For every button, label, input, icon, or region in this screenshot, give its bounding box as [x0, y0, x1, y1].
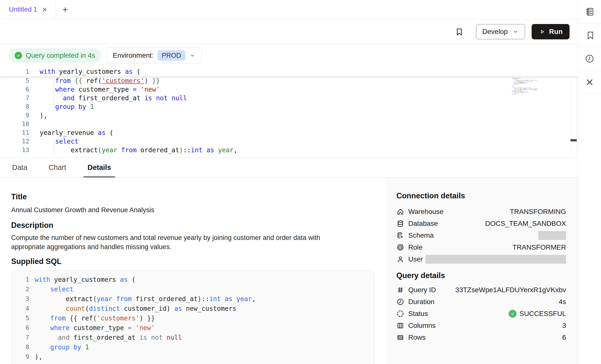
code-text: ), — [29, 112, 47, 119]
status-icon — [396, 310, 404, 318]
tab-untitled-1[interactable]: Untitled 1 — [0, 0, 55, 19]
redacted-value — [425, 255, 566, 264]
code-line: 5 from {{ ref('customers') }} — [11, 313, 375, 323]
details-left-column: Title Annual Customer Growth and Revenue… — [0, 178, 386, 364]
detail-row-status: StatusSUCCESSFUL — [396, 308, 566, 320]
detail-label: Columns — [408, 322, 436, 330]
detail-value: 4s — [559, 298, 566, 306]
description-heading: Description — [11, 221, 375, 230]
environment-selector[interactable]: Environment: PROD — [107, 48, 202, 63]
detail-label: Schema — [408, 232, 434, 239]
develop-dropdown[interactable]: Develop — [476, 24, 525, 39]
detail-label: Rows — [408, 334, 426, 341]
code-line: 9), — [11, 352, 375, 362]
detail-row-user: User — [396, 253, 566, 265]
environment-badge: PROD — [158, 50, 185, 61]
detail-label: Role — [408, 243, 423, 251]
code-text: where customer_type = 'new' — [29, 86, 160, 93]
sql-editor[interactable]: 1with yearly_customers as ( 5 from {{ re… — [0, 67, 578, 158]
tab-details[interactable]: Details — [83, 158, 115, 177]
status-value: SUCCESSFUL — [509, 310, 566, 318]
detail-row-database: DatabaseDOCS_TEAM_SANDBOX — [396, 218, 566, 230]
indent-guide — [54, 137, 54, 154]
editor-lines[interactable]: 5 from {{ ref('customers') }}6 where cus… — [0, 76, 578, 154]
supplied-sql-block: 1with yearly_customers as (2 select3 ext… — [11, 270, 375, 364]
line-number: 7 — [11, 334, 29, 341]
editor-scrollbar[interactable] — [570, 67, 577, 156]
sidebar-button-lineage[interactable] — [578, 71, 601, 94]
success-check-circle — [15, 52, 22, 59]
code-text: from {{ ref('customers') }} — [29, 77, 160, 84]
code-text: group by 1 — [29, 343, 89, 351]
line-number: 8 — [11, 343, 29, 351]
tab-data[interactable]: Data — [8, 158, 31, 177]
detail-value: DOCS_TEAM_SANDBOX — [485, 220, 566, 228]
indent-guide — [62, 94, 62, 102]
detail-row-query-id: Query ID33TZseWpe1ALFDUYerxR1gVKxbv — [396, 284, 566, 296]
duration-icon — [396, 298, 404, 306]
minimap-line: order by 1 — [512, 94, 541, 95]
code-line: 8 group by 1 — [0, 102, 578, 111]
toolbar: Develop Run — [0, 19, 578, 44]
result-tabs: DataChartDetails — [0, 158, 578, 178]
query-status-pill: Query completed in 4s — [8, 48, 101, 63]
detail-value: TRANSFORMER — [513, 243, 566, 251]
query-status-text: Query completed in 4s — [26, 52, 95, 59]
line-number: 5 — [0, 77, 29, 84]
code-text: from {{ ref('customers') }} — [29, 314, 155, 322]
new-tab-button[interactable] — [61, 0, 69, 19]
line-number: 4 — [11, 305, 29, 312]
code-line: 11yearly_revenue as ( — [0, 128, 578, 137]
line-number: 12 — [0, 138, 29, 145]
columns-icon — [396, 322, 404, 330]
code-text: extract(year from first_ordered_at)::int… — [29, 295, 256, 303]
role-icon — [396, 243, 404, 251]
line-number: 3 — [11, 295, 29, 302]
code-line: 10 — [0, 120, 578, 128]
code-line: 5 from {{ ref('customers') }} — [0, 76, 578, 85]
detail-value: 33TZseWpe1ALFDUYerxR1gVKxbv — [455, 286, 566, 294]
user-icon — [396, 255, 404, 263]
detail-row-role: RoleTRANSFORMER — [396, 241, 566, 253]
right-sidebar — [578, 0, 601, 364]
code-line: 4 count(distinct customer_id) as new_cus… — [11, 304, 375, 313]
code-text: extract(year from ordered_at)::int as ye… — [29, 146, 237, 154]
indent-guide — [54, 76, 54, 111]
line-number: 9 — [0, 112, 29, 119]
code-line: 7 and first_ordered_at is not null — [11, 333, 375, 342]
database-icon — [396, 220, 404, 228]
code-line: 10 — [11, 362, 375, 364]
bookmark-icon — [585, 30, 595, 40]
detail-label: Query ID — [408, 286, 436, 294]
run-label: Run — [549, 28, 563, 36]
code-text: with yearly_customers as ( — [29, 68, 140, 75]
sidebar-button-notebook[interactable] — [578, 0, 601, 24]
code-line: 3 extract(year from first_ordered_at)::i… — [11, 294, 375, 304]
sidebar-button-history[interactable] — [578, 47, 601, 71]
tab-bar: Untitled 1 — [0, 0, 578, 19]
title-value: Annual Customer Growth and Revenue Analy… — [11, 206, 375, 214]
editor-scrollbar-handle[interactable] — [571, 139, 577, 141]
status-bar: Query completed in 4s Environment: PROD — [0, 44, 578, 67]
code-line: 6 where customer_type = 'new' — [0, 85, 578, 94]
detail-label: Status — [408, 310, 428, 318]
close-icon[interactable] — [42, 6, 48, 13]
rows-icon — [396, 334, 404, 341]
code-text: yearly_revenue as ( — [29, 129, 113, 136]
play-icon — [539, 28, 546, 35]
line-number: 13 — [0, 146, 29, 154]
detail-value: TRANSFORMING — [510, 208, 566, 216]
line-number: 10 — [0, 120, 29, 128]
history-icon — [585, 54, 595, 64]
tab-chart[interactable]: Chart — [45, 158, 70, 177]
code-text: ), — [29, 353, 42, 361]
detail-label: User — [408, 255, 423, 263]
connection-details-heading: Connection details — [396, 191, 566, 200]
run-button[interactable]: Run — [532, 24, 570, 39]
chevron-down-icon — [189, 52, 196, 59]
code-text: count(distinct customer_id) as new_custo… — [29, 305, 236, 312]
detail-row-rows: Rows6 — [396, 332, 566, 343]
warehouse-icon — [396, 208, 404, 216]
sidebar-button-bookmark[interactable] — [578, 24, 601, 47]
bookmark-button[interactable] — [454, 27, 463, 36]
